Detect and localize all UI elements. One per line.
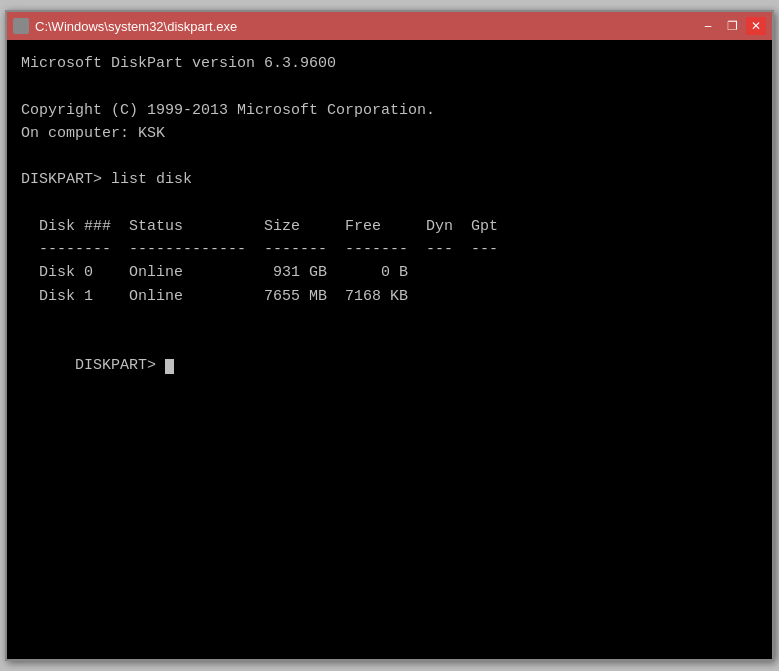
window-title: C:\Windows\system32\diskpart.exe bbox=[35, 19, 237, 34]
console-prompt-line: DISKPART> bbox=[21, 331, 758, 401]
console-blank-1 bbox=[21, 75, 758, 98]
minimize-button[interactable]: – bbox=[698, 17, 718, 35]
console-table-divider: -------- ------------- ------- ------- -… bbox=[21, 238, 758, 261]
console-line-command: DISKPART> list disk bbox=[21, 168, 758, 191]
app-icon bbox=[13, 18, 29, 34]
console-prompt: DISKPART> bbox=[75, 357, 165, 374]
console-blank-2 bbox=[21, 145, 758, 168]
console-body[interactable]: Microsoft DiskPart version 6.3.9600 Copy… bbox=[7, 40, 772, 659]
title-bar: C:\Windows\system32\diskpart.exe – ❐ ✕ bbox=[7, 12, 772, 40]
console-disk1: Disk 1 Online 7655 MB 7168 KB bbox=[21, 285, 758, 308]
window: C:\Windows\system32\diskpart.exe – ❐ ✕ M… bbox=[5, 10, 774, 661]
close-button[interactable]: ✕ bbox=[746, 17, 766, 35]
console-cursor bbox=[165, 359, 174, 374]
title-bar-controls: – ❐ ✕ bbox=[698, 17, 766, 35]
title-bar-left: C:\Windows\system32\diskpart.exe bbox=[13, 18, 237, 34]
restore-button[interactable]: ❐ bbox=[722, 17, 742, 35]
console-blank-3 bbox=[21, 192, 758, 215]
console-blank-4 bbox=[21, 308, 758, 331]
console-disk0: Disk 0 Online 931 GB 0 B bbox=[21, 261, 758, 284]
console-line-copyright: Copyright (C) 1999-2013 Microsoft Corpor… bbox=[21, 99, 758, 122]
console-line-version: Microsoft DiskPart version 6.3.9600 bbox=[21, 52, 758, 75]
console-line-computer: On computer: KSK bbox=[21, 122, 758, 145]
console-table-header: Disk ### Status Size Free Dyn Gpt bbox=[21, 215, 758, 238]
